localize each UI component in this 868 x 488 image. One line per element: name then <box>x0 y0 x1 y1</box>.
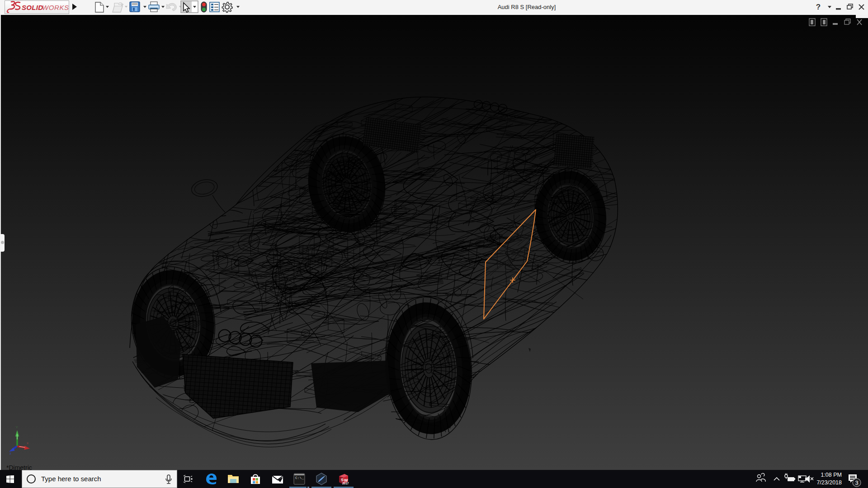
svg-text:3: 3 <box>855 479 858 486</box>
svg-text:Y: Y <box>16 425 19 429</box>
svg-text:SOLID: SOLID <box>22 4 43 11</box>
svg-text:z: z <box>9 451 11 455</box>
svg-text:WORKS: WORKS <box>42 4 69 11</box>
svg-text:2017: 2017 <box>342 482 349 485</box>
svg-text:x: x <box>27 441 28 445</box>
svg-text:C:\_: C:\_ <box>295 476 304 480</box>
svg-text:*Dimetric: *Dimetric <box>6 464 32 470</box>
svg-text:?: ? <box>816 3 821 11</box>
